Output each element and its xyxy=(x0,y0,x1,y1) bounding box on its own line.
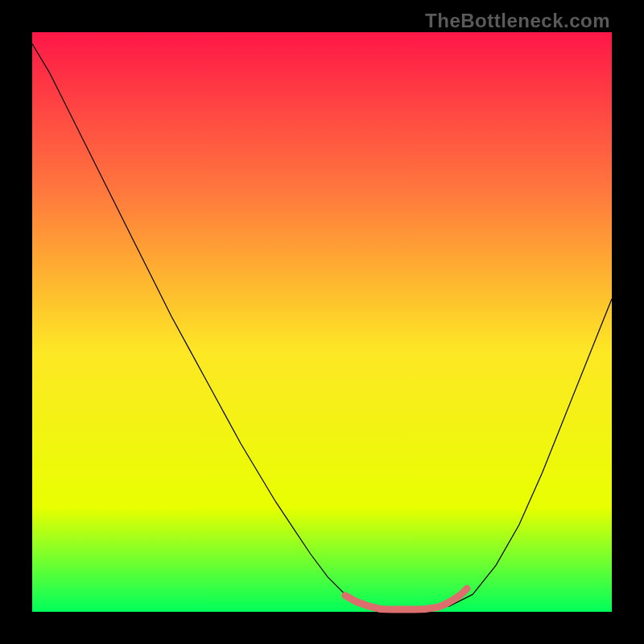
plot-area xyxy=(32,32,612,612)
watermark-text: TheBottleneck.com xyxy=(425,10,610,32)
chart-svg xyxy=(32,32,612,612)
gradient-background xyxy=(32,32,612,612)
chart-container: TheBottleneck.com xyxy=(0,0,644,644)
